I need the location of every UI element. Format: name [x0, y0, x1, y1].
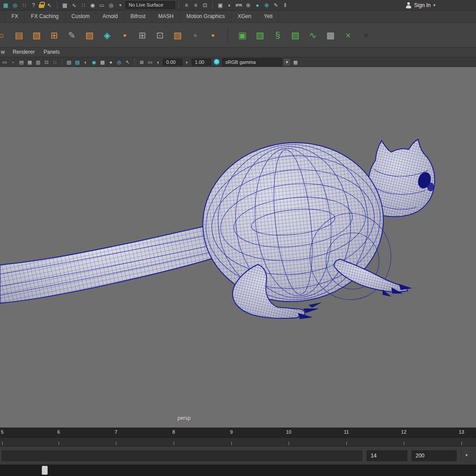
shelf-selection-box-icon[interactable]: ▫ — [188, 28, 203, 43]
shelf-tab-xgen[interactable]: XGen — [231, 11, 258, 22]
output-connections-icon[interactable]: ≡ — [192, 1, 200, 9]
exposure-icon[interactable]: ◐ — [155, 59, 162, 66]
shelf-lattice-icon[interactable]: ⊞ — [135, 28, 150, 43]
sign-in-caret-icon[interactable]: ▾ — [433, 3, 435, 7]
view-transform-dropdown[interactable]: sRGB gamma — [222, 58, 282, 66]
frame-selected-icon[interactable]: ▭ — [146, 59, 154, 66]
snap-to-grid-icon[interactable]: ▦ — [61, 1, 69, 9]
color-management-toggle[interactable] — [213, 59, 220, 65]
input-connections-icon[interactable]: ≡ — [182, 1, 190, 9]
selection-mask-hierarchy-icon[interactable]: ▦ — [2, 1, 10, 9]
pause-viewport-icon[interactable]: ‖ — [281, 1, 289, 9]
shelf-divider — [227, 27, 228, 43]
anti-aliasing-icon[interactable]: ◎ — [115, 59, 123, 66]
live-surface-field[interactable]: No Live Surface — [126, 1, 175, 9]
shelf-brush-x-icon[interactable]: × — [358, 28, 373, 43]
selection-mask-object-icon[interactable]: ◎ — [11, 1, 19, 9]
character-set-caret-icon[interactable]: ▾ — [461, 451, 472, 461]
shelf-squares-icon[interactable]: ▪ — [205, 28, 220, 43]
shelf-checker-icon[interactable]: ▩ — [323, 28, 338, 43]
2d-pan-zoom-icon[interactable]: ⊡ — [43, 59, 50, 66]
wireframe-display-icon[interactable]: ▧ — [65, 59, 73, 66]
open-render-view-icon[interactable]: ▣ — [216, 1, 224, 9]
shelf-mash-waiter-icon[interactable]: ▣ — [235, 28, 250, 43]
wireframe-squirrel-model[interactable] — [0, 67, 476, 428]
range-slider[interactable] — [2, 450, 362, 461]
shelf-tab-mash[interactable]: MASH — [152, 11, 180, 22]
bookmarks-icon[interactable]: ▦ — [26, 59, 33, 66]
shelf-tab-motion-graphics[interactable]: Motion Graphics — [180, 11, 231, 22]
shelf-pencil-tool-icon[interactable]: ✎ — [64, 28, 79, 43]
shelf-extrude-icon[interactable]: ▨ — [82, 28, 97, 43]
construction-history-icon[interactable]: ⊡ — [201, 1, 209, 9]
snap-to-curve-icon[interactable]: ∿ — [70, 1, 78, 9]
sign-in-group[interactable]: Sign In ▾ — [405, 2, 435, 9]
gamma-field[interactable]: 1.00 — [192, 59, 211, 66]
lock-camera-icon[interactable]: ▫ — [9, 59, 17, 66]
frame-all-icon[interactable]: ⊞ — [138, 59, 145, 66]
shelf-mash-trails-icon[interactable]: ∿ — [305, 28, 320, 43]
shelf-planes-icon[interactable]: ◈ — [100, 28, 115, 43]
shelf-mash-world-icon[interactable]: ▧ — [253, 28, 268, 43]
shelf-graph-icon[interactable]: ▤ — [11, 28, 26, 43]
shelf-tab-fx[interactable]: FX — [5, 11, 25, 22]
shelf-cross-arrows-icon[interactable]: × — [341, 28, 356, 43]
shelf-mash-checker-cube-icon[interactable]: ▨ — [288, 28, 303, 43]
make-object-live-icon[interactable]: ◎ — [107, 1, 115, 9]
shelf-tab-arnold[interactable]: Arnold — [96, 11, 124, 22]
snap-to-view-plane-icon[interactable]: ▭ — [98, 1, 106, 9]
camera-attributes-icon[interactable]: ▤ — [18, 59, 25, 66]
command-line-bar[interactable] — [0, 465, 476, 476]
exposure-field[interactable]: 0.00 — [163, 59, 182, 66]
select-camera-icon[interactable]: ▭ — [1, 59, 8, 66]
help-icon[interactable]: ? — [30, 1, 37, 9]
render-settings-icon[interactable]: ⊛ — [244, 1, 252, 9]
animation-end-field[interactable]: 200 — [412, 450, 457, 461]
shelf-tab-partial[interactable] — [0, 11, 5, 22]
render-setup-icon[interactable]: ⊛ — [263, 1, 271, 9]
shelf-tab-yeti[interactable]: Yeti — [258, 11, 279, 22]
isolate-select-icon[interactable]: ↖ — [124, 59, 131, 66]
shelf-polycube-icon[interactable]: ▧ — [29, 28, 44, 43]
snap-options-caret-icon[interactable]: ▾ — [116, 1, 124, 9]
gamma-icon[interactable]: ◐ — [183, 59, 191, 66]
menu-show-partial[interactable]: w — [0, 48, 8, 57]
paint-effects-icon[interactable]: ✎ — [272, 1, 280, 9]
shelf-tab-custom[interactable]: Custom — [65, 11, 96, 22]
selection-mask-component-icon[interactable]: ∷ — [20, 1, 28, 9]
shaded-display-icon[interactable]: ▨ — [74, 59, 81, 66]
textured-display-icon[interactable]: ◐ — [82, 59, 89, 66]
gamut-display-icon[interactable]: ▦ — [292, 59, 299, 66]
hypershade-icon[interactable]: ● — [253, 1, 261, 9]
highlight-selection-icon[interactable]: ↖ — [45, 1, 53, 9]
frame-number-strip[interactable]: 5 6 7 8 9 10 11 12 13 — [0, 428, 476, 437]
snap-to-projected-center-icon[interactable]: ◉ — [89, 1, 97, 9]
shelf-tab-bifrost[interactable]: Bifrost — [124, 11, 152, 22]
shelf-ncloth-icon[interactable]: ▧ — [170, 28, 185, 43]
image-plane-icon[interactable]: ▥ — [34, 59, 42, 66]
view-transform-caret-icon[interactable]: ▾ — [283, 58, 291, 66]
shelf-tab-fx-caching[interactable]: FX Caching — [25, 11, 65, 22]
shelf-mash-curve-icon[interactable]: § — [270, 28, 285, 43]
snap-to-point-icon[interactable]: ∷ — [79, 1, 87, 9]
shelf-bend-deformer-icon[interactable]: ⊡ — [152, 28, 167, 43]
time-slider-track[interactable] — [0, 437, 476, 446]
viewport[interactable]: persp — [0, 67, 476, 428]
command-line-button[interactable] — [42, 466, 48, 475]
shadows-icon[interactable]: ▩ — [99, 59, 106, 66]
menu-renderer[interactable]: Renderer — [8, 48, 39, 57]
squirrel-tail[interactable] — [0, 223, 231, 303]
toolbar-divider — [134, 59, 135, 66]
oversampling-icon[interactable]: ∷ — [51, 59, 59, 66]
time-slider[interactable]: 5 6 7 8 9 10 11 12 13 — [0, 428, 476, 446]
ipr-render-icon[interactable]: IPR — [235, 1, 243, 9]
render-current-frame-icon[interactable]: ◐ — [226, 1, 234, 9]
use-all-lights-icon[interactable]: ◉ — [90, 59, 98, 66]
menu-panels[interactable]: Panels — [39, 48, 64, 57]
ambient-occlusion-icon[interactable]: ● — [107, 59, 115, 66]
shelf-grid-plus-icon[interactable]: ⊞ — [47, 28, 62, 43]
lock-selection-icon[interactable] — [39, 2, 44, 8]
shelf-cube-solid-icon[interactable]: ▪ — [117, 28, 132, 43]
playback-start-field[interactable]: 14 — [367, 450, 407, 461]
shelf-curves-icon[interactable]: ○ — [0, 28, 9, 43]
